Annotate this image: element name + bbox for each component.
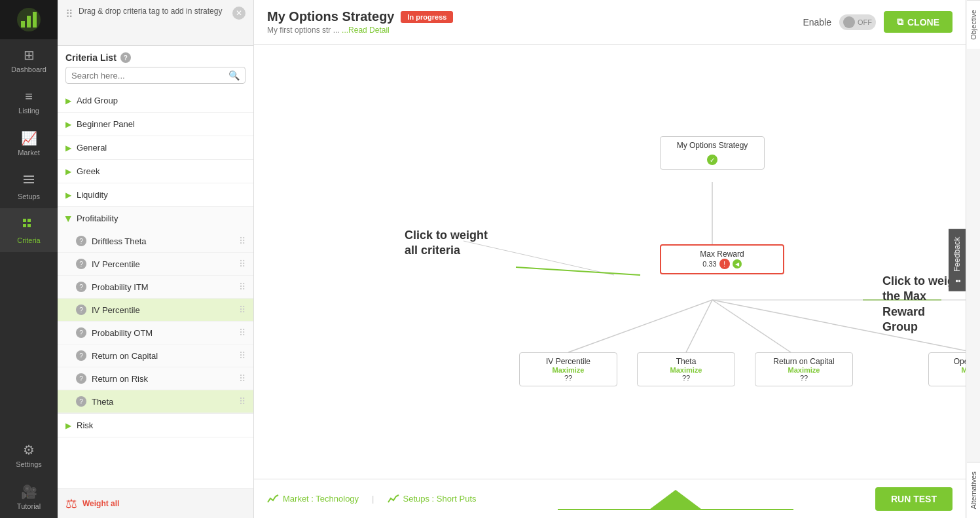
feedback-button[interactable]: Feedback — [949, 229, 966, 291]
clone-icon: ⧉ — [897, 16, 903, 28]
list-item[interactable]: ? Probability OTM ⠿ — [58, 322, 253, 344]
callout-left-text: Click to weightall criteria — [405, 229, 488, 257]
tree-svg — [254, 45, 966, 479]
setups-icon — [22, 172, 36, 190]
svg-line-12 — [568, 300, 712, 352]
sidebar-item-label: Criteria — [17, 236, 40, 244]
group-header-beginner[interactable]: ▶ Beginner Panel — [58, 113, 253, 136]
drag-handle-icon[interactable]: ⠿ — [239, 350, 245, 361]
help-icon[interactable]: ? — [76, 305, 86, 315]
list-item[interactable]: ? Return on Risk ⠿ — [58, 367, 253, 390]
read-detail-link[interactable]: ...Read Detail — [342, 26, 390, 35]
market-chart-icon — [267, 494, 279, 504]
criteria-panel: ⠿ Drag & drop criteria tag to add in str… — [58, 0, 254, 518]
clone-button[interactable]: ⧉ CLONE — [884, 11, 953, 33]
group-header-risk[interactable]: ▶ Risk — [58, 414, 253, 437]
help-icon[interactable]: ? — [76, 373, 86, 384]
criteria-list-header: Criteria List ? — [58, 46, 253, 67]
sidebar-item-label: Market — [18, 149, 40, 157]
list-item[interactable]: ? Driftless Theta ⠿ — [58, 230, 253, 253]
search-input[interactable] — [71, 71, 228, 81]
sidebar-item-settings[interactable]: ⚙ Settings — [0, 434, 58, 476]
list-item[interactable]: ? IV Percentile ⠿ — [58, 253, 253, 276]
leaf-node-open-interest[interactable]: Open Interest Maximize ?? — [928, 352, 966, 386]
help-icon[interactable]: ? — [76, 350, 86, 361]
header-right: Enable OFF ⧉ CLONE — [803, 11, 953, 33]
tab-alternatives[interactable]: Alternatives — [967, 462, 980, 518]
drag-handle-icon[interactable]: ⠿ — [239, 259, 245, 269]
list-item[interactable]: ? Return on Capital ⠿ — [58, 344, 253, 367]
drag-handle-icon[interactable]: ⠿ — [239, 236, 245, 246]
group-label: Liquidity — [77, 190, 108, 200]
sidebar-item-criteria[interactable]: Criteria — [0, 208, 58, 252]
svg-rect-8 — [27, 219, 31, 222]
bottom-setups[interactable]: Setups : Short Puts — [388, 494, 477, 504]
leaf-label: Theta — [645, 357, 727, 366]
sidebar-item-dashboard[interactable]: ⊞ Dashboard — [0, 39, 58, 81]
search-icon[interactable]: 🔍 — [228, 70, 240, 81]
sidebar-item-label: Listing — [18, 107, 39, 115]
help-icon[interactable]: ? — [120, 52, 131, 63]
leaf-value: ?? — [763, 374, 844, 382]
list-item[interactable]: ? Probability ITM ⠿ — [58, 276, 253, 299]
group-header-profitability[interactable]: ▶ Profitability — [58, 207, 253, 230]
leaf-value: ?? — [528, 374, 609, 382]
svg-line-13 — [686, 300, 712, 352]
weight-all-icon: ⚖ — [65, 496, 77, 511]
weight-arrow-icon[interactable]: ◀ — [733, 259, 742, 268]
leaf-node-theta[interactable]: Theta Maximize ?? — [637, 352, 735, 386]
bottom-market[interactable]: Market : Technology — [267, 494, 359, 504]
help-icon[interactable]: ? — [76, 396, 86, 407]
sidebar-item-tutorial[interactable]: 🎥 Tutorial — [0, 476, 58, 518]
list-item[interactable]: ? IV Percentile ⠿ — [58, 299, 253, 322]
drag-handle-icon[interactable]: ⠿ — [239, 327, 245, 338]
leaf-node-return-capital[interactable]: Return on Capital Maximize ?? — [755, 352, 853, 386]
right-tabs: Objective Alternatives — [966, 0, 980, 518]
drag-handle-icon[interactable]: ⠿ — [239, 305, 245, 315]
group-header-general[interactable]: ▶ General — [58, 136, 253, 159]
main-content: My Options Strategy In progress My first… — [254, 0, 966, 518]
group-header-liquidity[interactable]: ▶ Liquidity — [58, 183, 253, 206]
drag-handle-icon[interactable]: ⠿ — [239, 282, 245, 292]
criteria-icon — [22, 216, 36, 234]
search-box: 🔍 — [65, 67, 245, 84]
chevron-icon: ▶ — [64, 215, 73, 221]
market-icon: 📈 — [21, 130, 37, 146]
svg-line-14 — [712, 300, 791, 352]
bottom-chart — [490, 485, 862, 513]
list-item[interactable]: ? Theta ⠿ — [58, 390, 253, 413]
weight-all-section[interactable]: ⚖ Weight all — [58, 489, 253, 518]
group-header-greek[interactable]: ▶ Greek — [58, 160, 253, 183]
chevron-icon: ▶ — [65, 421, 71, 430]
toggle-switch[interactable]: OFF — [839, 14, 876, 30]
tab-objective[interactable]: Objective — [967, 0, 980, 49]
criteria-groups: ▶ Add Group ▶ Beginner Panel ▶ General ▶… — [58, 89, 253, 489]
root-node[interactable]: My Options Strategy ✓ — [660, 136, 765, 170]
maximize-label: Maximize — [645, 366, 727, 374]
close-button[interactable]: ✕ — [232, 7, 245, 20]
group-header-add-group[interactable]: ▶ Add Group — [58, 89, 253, 112]
group-node-max-reward[interactable]: Max Reward 0.33 ! ◀ — [660, 244, 784, 274]
leaf-value: ?? — [937, 374, 966, 382]
help-icon[interactable]: ? — [76, 327, 86, 338]
profitability-items: ? Driftless Theta ⠿ ? IV Percentile ⠿ ? … — [58, 230, 253, 413]
help-icon[interactable]: ? — [76, 259, 86, 269]
sidebar-item-label: Tutorial — [17, 502, 41, 510]
leaf-node-iv-percentile[interactable]: IV Percentile Maximize ?? — [519, 352, 617, 386]
help-icon[interactable]: ? — [76, 282, 86, 292]
sidebar-item-listing[interactable]: ≡ Listing — [0, 81, 58, 122]
drag-handle-icon[interactable]: ⠿ — [239, 396, 245, 407]
svg-line-17 — [516, 267, 640, 275]
chevron-icon: ▶ — [65, 143, 71, 153]
sidebar-item-setups[interactable]: Setups — [0, 164, 58, 208]
drag-icon: ⠿ — [65, 8, 73, 20]
help-icon[interactable]: ? — [76, 236, 86, 246]
separator: | — [372, 494, 374, 504]
group-label: Add Group — [77, 96, 118, 105]
group-node-label: Max Reward — [669, 250, 775, 259]
sidebar-item-market[interactable]: 📈 Market — [0, 122, 58, 164]
chevron-icon: ▶ — [65, 167, 71, 176]
drag-handle-icon[interactable]: ⠿ — [239, 373, 245, 384]
weight-all-label: Weight all — [82, 499, 119, 508]
run-test-button[interactable]: RUN TEST — [875, 487, 953, 511]
